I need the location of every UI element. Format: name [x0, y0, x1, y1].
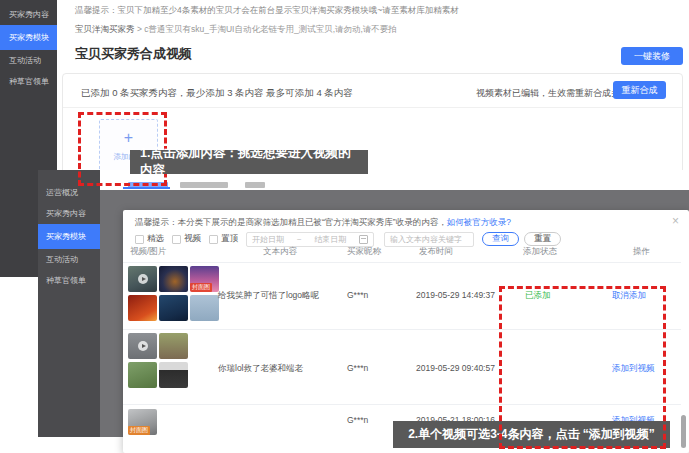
tab-active-underline: [123, 187, 170, 189]
divider: [123, 329, 681, 330]
table-header: 视频/图片 文本内容 买家昵称 发布时间 添加状态 操作: [123, 246, 681, 260]
breadcrumb-separator: >: [137, 24, 142, 34]
plus-icon: +: [100, 130, 157, 146]
image-thumbnail[interactable]: 封面图: [128, 409, 157, 435]
breadcrumb-current: c普通宝贝有sku_手淘UI自动化老链专用_测试宝贝,请勿动,请不要拍: [144, 24, 397, 34]
close-icon[interactable]: ×: [672, 214, 679, 228]
sidebar2-item-interactive-activity[interactable]: 互动活动: [38, 249, 100, 270]
checkbox-label: 视频: [184, 233, 201, 245]
row-text: 给我笑肿了可惜了logo略呢: [218, 290, 343, 302]
checkbox-icon: [172, 235, 181, 244]
row-buyer: G***n: [347, 415, 368, 425]
search-button[interactable]: 查询: [482, 232, 519, 246]
tab-stub[interactable]: [180, 182, 228, 188]
sidebar-item-grass-order[interactable]: 种草官领单: [0, 71, 57, 92]
keyword-placeholder: 输入文本内容关键字: [390, 234, 462, 245]
added-count-text: 已添加 0 条买家秀内容，最少添加 3 条内容 最多可添加 4 条内容: [81, 87, 353, 100]
date-range-input[interactable]: 开始日期 ~ 结束日期: [246, 232, 374, 247]
image-thumbnail[interactable]: [159, 266, 188, 292]
sidebar-item-interactive-activity[interactable]: 互动活动: [0, 50, 57, 71]
keyword-input[interactable]: 输入文本内容关键字: [384, 232, 474, 247]
sidebar2-item-buyer-show-module[interactable]: 买家秀模块: [38, 224, 100, 249]
official-include-link[interactable]: 如何被官方收录?: [447, 217, 511, 227]
date-start-placeholder: 开始日期: [252, 234, 284, 245]
checkbox-icon: [209, 235, 218, 244]
annotation-tooltip-step1: 1.点击添加内容：挑选想要进入视频的内容: [130, 150, 368, 174]
reset-button[interactable]: 重置: [524, 232, 561, 246]
row-status: 已添加: [525, 290, 551, 302]
window2-sidebar: 运营概况 买家秀内容 买家秀模块 互动活动 种草官领单: [38, 170, 100, 437]
checkbox-featured[interactable]: 精选: [135, 233, 164, 245]
row-text: 你瑞lol救了老婆和端老: [218, 363, 343, 375]
tab-stub[interactable]: [245, 182, 265, 188]
col-time: 发布时间: [419, 246, 453, 258]
panel-divider: [63, 107, 682, 108]
breadcrumb: 宝贝洋淘买家秀 > c普通宝贝有sku_手淘UI自动化老链专用_测试宝贝,请勿动…: [75, 24, 397, 36]
sidebar-item-buyer-show-module[interactable]: 买家秀模块: [0, 25, 57, 50]
row-time: 2019-05-29 14:49:37: [416, 290, 495, 300]
image-thumbnail[interactable]: [159, 295, 188, 321]
cover-badge: 封面图: [190, 283, 212, 292]
sidebar-item-buyer-show-content[interactable]: 买家秀内容: [0, 4, 57, 25]
checkbox-icon: [135, 235, 144, 244]
cover-badge: 封面图: [128, 426, 150, 435]
play-icon: [138, 341, 148, 351]
date-end-placeholder: 结束日期: [314, 234, 346, 245]
row-buyer: G***n: [347, 290, 368, 300]
image-thumbnail[interactable]: 封面图: [190, 266, 219, 292]
image-thumbnail[interactable]: [159, 333, 188, 359]
sidebar2-item-grass-order[interactable]: 种草官领单: [38, 270, 100, 291]
annotation-tooltip-step2: 2.单个视频可选3-4条内容，点击 “添加到视频”: [393, 421, 670, 448]
col-text: 文本内容: [263, 246, 297, 258]
video-thumbnail[interactable]: [128, 333, 157, 359]
recompose-button[interactable]: 重新合成: [613, 81, 666, 99]
date-separator: ~: [297, 235, 302, 244]
content-picker-modal: × 温馨提示：本分类下展示的是商家筛选加精且已被“官方洋淘买家秀库”收录的内容，…: [123, 210, 689, 453]
col-buyer: 买家昵称: [347, 246, 381, 258]
checkbox-label: 精选: [147, 233, 164, 245]
divider: [123, 404, 681, 405]
calendar-icon: [359, 235, 368, 244]
add-to-video-link[interactable]: 添加到视频: [612, 363, 655, 375]
breadcrumb-root[interactable]: 宝贝洋淘买家秀: [75, 24, 135, 34]
checkbox-video[interactable]: 视频: [172, 233, 201, 245]
modal-notice: 温馨提示：本分类下展示的是商家筛选加精且已被“官方洋淘买家秀库”收录的内容，如何…: [135, 217, 511, 229]
one-key-decorate-button[interactable]: 一键装修: [621, 47, 683, 65]
modal-notice-text: 温馨提示：本分类下展示的是商家筛选加精且已被“官方洋淘买家秀库”收录的内容，: [135, 217, 447, 227]
image-thumbnail[interactable]: [128, 295, 157, 321]
image-thumbnail[interactable]: [190, 295, 219, 321]
modal-scrollbar-thumb[interactable]: [681, 415, 686, 448]
divider: [123, 262, 681, 263]
checkbox-label: 置顶: [221, 233, 238, 245]
image-thumbnail[interactable]: [159, 362, 188, 388]
row-time: 2019-05-29 09:40:57: [416, 363, 495, 373]
video-thumbnail[interactable]: [128, 266, 157, 292]
sidebar2-item-overview[interactable]: 运营概况: [38, 182, 100, 203]
row-buyer: G***n: [347, 363, 368, 373]
col-status: 添加状态: [523, 246, 557, 258]
image-thumbnail[interactable]: [128, 362, 157, 388]
filter-bar: 精选 视频 置顶 开始日期 ~ 结束日期 输入文本内容关键字 查询 重置: [135, 231, 675, 247]
cancel-add-link[interactable]: 取消添加: [612, 290, 646, 302]
sidebar2-item-buyer-show-content[interactable]: 买家秀内容: [38, 203, 100, 224]
notice-text: 温馨提示：宝贝下加精至少4条素材的宝贝才会在前台显示宝贝洋淘买家秀模块哦~请至素…: [75, 5, 675, 17]
col-action: 操作: [633, 246, 650, 258]
page-title: 宝贝买家秀合成视频: [75, 45, 192, 63]
col-media: 视频/图片: [130, 246, 166, 258]
checkbox-pinned[interactable]: 置顶: [209, 233, 238, 245]
play-icon: [138, 274, 148, 284]
